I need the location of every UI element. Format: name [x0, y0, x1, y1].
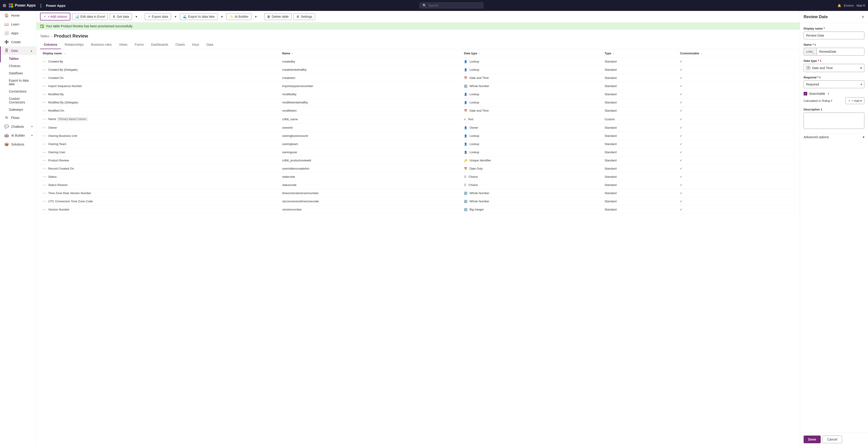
table-row[interactable]: ··· Name Primary Name Column crfb6_name … — [40, 115, 796, 124]
ai-builder-dropdown[interactable]: ▾ — [253, 13, 258, 20]
col-header-name[interactable]: Name ↕ — [279, 49, 461, 58]
dots-menu[interactable]: ··· — [43, 175, 46, 178]
close-button[interactable]: ✕ — [861, 15, 864, 19]
table-row[interactable]: ··· Status statecode ☰ Choice Standard ✓ — [40, 173, 796, 181]
sidebar-sub-item-custom-connectors[interactable]: Custom Connectors — [0, 95, 36, 106]
dots-menu[interactable]: ··· — [43, 208, 46, 211]
searchable-checkbox[interactable]: ✓ — [804, 92, 807, 96]
dots-menu[interactable]: ··· — [43, 117, 46, 121]
waffle-icon[interactable]: ⊞ — [3, 3, 6, 8]
dots-menu[interactable]: ··· — [43, 76, 46, 79]
sidebar-sub-item-tables[interactable]: Tables — [0, 55, 36, 62]
dots-menu[interactable]: ··· — [43, 93, 46, 96]
col-header-customizable[interactable]: Customizable ↕ — [677, 49, 796, 58]
table-row[interactable]: ··· Status Reason statuscode ☰ Choice St… — [40, 181, 796, 189]
data-type-dropdown[interactable]: 📅 Date and Time ▾ — [804, 64, 864, 72]
table-row[interactable]: ··· Owning Business Unit owningbusinessu… — [40, 132, 796, 140]
delete-table-button[interactable]: 🗑 Delete table — [264, 13, 292, 20]
display-name-input[interactable] — [804, 32, 864, 39]
sidebar-item-ai-builder[interactable]: 🤖 AI Builder ▾ — [0, 131, 36, 140]
dots-menu[interactable]: ··· — [43, 60, 46, 63]
name-info-icon[interactable]: ℹ — [814, 43, 816, 46]
table-row[interactable]: ··· Created By (Delegate) createdonbehal… — [40, 66, 796, 74]
required-info-icon[interactable]: ℹ — [819, 76, 820, 79]
col-header-display-name[interactable]: Display name ↑↓ — [40, 49, 279, 58]
breadcrumb-tables-link[interactable]: Tables — [40, 34, 49, 38]
dots-menu[interactable]: ··· — [43, 142, 46, 146]
table-row[interactable]: ··· Modified On modifiedon 📅 Date and Ti… — [40, 107, 796, 115]
table-row[interactable]: ··· Version Number versionnumber 🔢 Big I… — [40, 205, 796, 214]
ai-builder-button[interactable]: ✨ AI Builder — [226, 13, 251, 20]
table-row[interactable]: ··· UTC Conversion Time Zone Code utccon… — [40, 197, 796, 205]
dots-menu[interactable]: ··· — [43, 109, 46, 112]
tab-views[interactable]: Views — [115, 40, 131, 49]
dots-menu[interactable]: ··· — [43, 150, 46, 154]
add-calc-button[interactable]: ＋ + Add ▾ — [845, 97, 864, 104]
sidebar-item-data[interactable]: 🗄 Data ▲ — [0, 46, 36, 55]
export-lake-button[interactable]: 🌊 Export to data lake — [180, 13, 218, 20]
export-data-dropdown[interactable]: ▾ — [173, 13, 178, 20]
tab-columns[interactable]: Columns — [40, 40, 61, 49]
tab-relationships[interactable]: Relationships — [61, 40, 87, 49]
sidebar-item-chatbots[interactable]: 💬 Chatbots ▾ — [0, 122, 36, 131]
notification-icon[interactable]: 🔔 — [838, 4, 841, 7]
cancel-button[interactable]: Cancel — [823, 436, 842, 443]
calc-rollup-info-icon[interactable]: ℹ — [831, 99, 832, 102]
sidebar-item-create[interactable]: ➕ Create — [0, 37, 36, 46]
search-box[interactable]: 🔍 — [420, 2, 483, 8]
sidebar-sub-item-choices[interactable]: Choices — [0, 62, 36, 70]
sidebar-item-flows[interactable]: ↻ Flows — [0, 113, 36, 122]
tab-data[interactable]: Data — [203, 40, 217, 49]
search-input[interactable] — [428, 4, 480, 7]
get-data-dropdown[interactable]: ▾ — [134, 13, 139, 20]
table-row[interactable]: ··· Product Review crfb6_productreviewid… — [40, 157, 796, 165]
table-row[interactable]: ··· Owning User owninguser 👤 Lookup Stan… — [40, 148, 796, 157]
dots-menu[interactable]: ··· — [43, 167, 46, 170]
data-type-info-icon[interactable]: ℹ — [820, 59, 821, 63]
dots-menu[interactable]: ··· — [43, 134, 46, 138]
sidebar-item-solutions[interactable]: 📦 Solutions — [0, 140, 36, 149]
tab-dashboards[interactable]: Dashboards — [148, 40, 172, 49]
dots-menu[interactable]: ··· — [43, 192, 46, 195]
table-row[interactable]: ··· Modified By (Delegate) modifiedonbeh… — [40, 98, 796, 107]
dots-menu[interactable]: ··· — [43, 159, 46, 162]
sidebar-sub-item-connections[interactable]: Connections — [0, 88, 36, 95]
description-info-icon[interactable]: ℹ — [821, 108, 822, 111]
col-header-data-type[interactable]: Data type ↕ — [461, 49, 602, 58]
add-column-button[interactable]: ＋ + Add column — [40, 13, 70, 21]
export-lake-dropdown[interactable]: ▾ — [219, 13, 224, 20]
table-row[interactable]: ··· Modified By modifiedby 👤 Lookup Stan… — [40, 90, 796, 98]
description-textarea[interactable] — [804, 112, 864, 129]
tab-charts[interactable]: Charts — [172, 40, 188, 49]
required-select[interactable]: Optional Business recommended Required — [804, 80, 864, 88]
dots-menu[interactable]: ··· — [43, 126, 46, 129]
edit-excel-button[interactable]: 📊 Edit data in Excel — [72, 13, 108, 20]
sidebar-item-apps[interactable]: ⬜ Apps — [0, 29, 36, 37]
table-row[interactable]: ··· Created On createdon 📅 Date and Time… — [40, 74, 796, 82]
dots-menu[interactable]: ··· — [43, 183, 46, 186]
table-row[interactable]: ··· Owning Team owningteam 👤 Lookup Stan… — [40, 140, 796, 148]
done-button[interactable]: Done — [804, 436, 821, 443]
dots-menu[interactable]: ··· — [43, 101, 46, 104]
table-row[interactable]: ··· Owner ownerid 👤 Owner Standard ✓ — [40, 124, 796, 132]
sidebar-sub-item-export[interactable]: Export to data lake — [0, 77, 36, 88]
sidebar-item-learn[interactable]: 📖 Learn — [0, 20, 36, 29]
table-row[interactable]: ··· Created By createdby 👤 Lookup Standa… — [40, 58, 796, 66]
searchable-info-icon[interactable]: ℹ — [828, 92, 829, 95]
export-data-button[interactable]: ↗ Export data — [145, 13, 171, 20]
sidebar-sub-item-dataflows[interactable]: Dataflows — [0, 70, 36, 77]
table-row[interactable]: ··· Record Created On overriddencreatedo… — [40, 165, 796, 173]
dots-menu[interactable]: ··· — [43, 84, 46, 88]
tab-business-rules[interactable]: Business rules — [87, 40, 115, 49]
tab-keys[interactable]: Keys — [189, 40, 203, 49]
dots-menu[interactable]: ··· — [43, 200, 46, 203]
tab-forms[interactable]: Forms — [131, 40, 148, 49]
settings-button[interactable]: ⚙ Settings — [293, 13, 315, 20]
table-row[interactable]: ··· Import Sequence Number importsequenc… — [40, 82, 796, 90]
name-input[interactable] — [817, 48, 864, 55]
col-header-type[interactable]: Type ↕ — [602, 49, 677, 58]
sidebar-sub-item-gateways[interactable]: Gateways — [0, 106, 36, 113]
advanced-options-row[interactable]: Advanced options ▾ — [804, 133, 864, 141]
dots-menu[interactable]: ··· — [43, 68, 46, 71]
get-data-button[interactable]: ⬇ Get data — [110, 13, 132, 20]
